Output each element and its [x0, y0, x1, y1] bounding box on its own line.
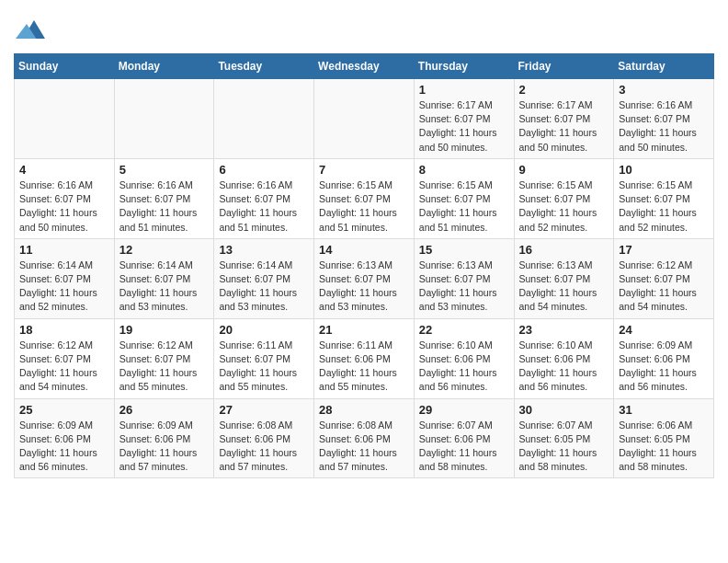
calendar-cell: 26Sunrise: 6:09 AM Sunset: 6:06 PM Dayli… [114, 398, 214, 478]
calendar-cell: 2Sunrise: 6:17 AM Sunset: 6:07 PM Daylig… [514, 79, 614, 159]
calendar-cell: 4Sunrise: 6:16 AM Sunset: 6:07 PM Daylig… [15, 158, 115, 238]
calendar-cell: 13Sunrise: 6:14 AM Sunset: 6:07 PM Dayli… [214, 238, 314, 318]
week-row-3: 11Sunrise: 6:14 AM Sunset: 6:07 PM Dayli… [15, 238, 714, 318]
day-header-wednesday: Wednesday [314, 54, 415, 79]
day-number: 3 [619, 83, 709, 97]
day-number: 30 [519, 403, 609, 417]
day-info: Sunrise: 6:15 AM Sunset: 6:07 PM Dayligh… [519, 178, 609, 235]
day-info: Sunrise: 6:17 AM Sunset: 6:07 PM Dayligh… [419, 98, 509, 155]
calendar-cell: 14Sunrise: 6:13 AM Sunset: 6:07 PM Dayli… [314, 238, 415, 318]
day-info: Sunrise: 6:10 AM Sunset: 6:06 PM Dayligh… [519, 339, 609, 395]
day-info: Sunrise: 6:16 AM Sunset: 6:07 PM Dayligh… [219, 178, 309, 235]
week-row-4: 18Sunrise: 6:12 AM Sunset: 6:07 PM Dayli… [15, 318, 714, 398]
day-number: 10 [619, 163, 709, 177]
day-info: Sunrise: 6:13 AM Sunset: 6:07 PM Dayligh… [319, 259, 409, 315]
calendar-cell: 29Sunrise: 6:07 AM Sunset: 6:06 PM Dayli… [414, 398, 514, 478]
calendar-cell: 31Sunrise: 6:06 AM Sunset: 6:05 PM Dayli… [614, 398, 714, 478]
calendar-cell: 30Sunrise: 6:07 AM Sunset: 6:05 PM Dayli… [514, 398, 614, 478]
day-header-monday: Monday [114, 54, 214, 79]
calendar-cell: 12Sunrise: 6:14 AM Sunset: 6:07 PM Dayli… [114, 238, 214, 318]
week-row-1: 1Sunrise: 6:17 AM Sunset: 6:07 PM Daylig… [15, 79, 714, 159]
day-number: 25 [19, 403, 109, 417]
header-row: SundayMondayTuesdayWednesdayThursdayFrid… [15, 54, 714, 79]
calendar-cell: 1Sunrise: 6:17 AM Sunset: 6:07 PM Daylig… [414, 79, 514, 159]
day-number: 26 [119, 403, 210, 417]
day-info: Sunrise: 6:16 AM Sunset: 6:07 PM Dayligh… [619, 98, 709, 155]
week-row-2: 4Sunrise: 6:16 AM Sunset: 6:07 PM Daylig… [15, 158, 714, 238]
day-info: Sunrise: 6:12 AM Sunset: 6:07 PM Dayligh… [619, 259, 709, 315]
day-number: 15 [419, 243, 509, 257]
day-info: Sunrise: 6:07 AM Sunset: 6:06 PM Dayligh… [419, 419, 509, 475]
calendar-cell: 20Sunrise: 6:11 AM Sunset: 6:07 PM Dayli… [214, 318, 314, 398]
day-info: Sunrise: 6:15 AM Sunset: 6:07 PM Dayligh… [319, 178, 409, 235]
calendar-cell: 5Sunrise: 6:16 AM Sunset: 6:07 PM Daylig… [114, 158, 214, 238]
calendar-cell [15, 79, 115, 159]
day-header-friday: Friday [514, 54, 614, 79]
day-number: 20 [219, 323, 309, 337]
day-info: Sunrise: 6:11 AM Sunset: 6:06 PM Dayligh… [319, 339, 409, 395]
day-number: 1 [419, 83, 509, 97]
calendar-cell: 16Sunrise: 6:13 AM Sunset: 6:07 PM Dayli… [514, 238, 614, 318]
day-number: 31 [619, 403, 709, 417]
day-info: Sunrise: 6:12 AM Sunset: 6:07 PM Dayligh… [119, 339, 210, 395]
calendar-cell: 3Sunrise: 6:16 AM Sunset: 6:07 PM Daylig… [614, 79, 714, 159]
day-info: Sunrise: 6:14 AM Sunset: 6:07 PM Dayligh… [119, 259, 210, 315]
day-info: Sunrise: 6:15 AM Sunset: 6:07 PM Dayligh… [619, 178, 709, 235]
day-number: 19 [119, 323, 210, 337]
day-info: Sunrise: 6:16 AM Sunset: 6:07 PM Dayligh… [19, 178, 109, 235]
day-number: 27 [219, 403, 309, 417]
calendar-cell [114, 79, 214, 159]
day-info: Sunrise: 6:11 AM Sunset: 6:07 PM Dayligh… [219, 339, 309, 395]
calendar-cell: 17Sunrise: 6:12 AM Sunset: 6:07 PM Dayli… [614, 238, 714, 318]
calendar-header: SundayMondayTuesdayWednesdayThursdayFrid… [15, 54, 714, 79]
calendar-cell: 21Sunrise: 6:11 AM Sunset: 6:06 PM Dayli… [314, 318, 415, 398]
day-number: 7 [319, 163, 409, 177]
day-number: 22 [419, 323, 509, 337]
day-number: 14 [319, 243, 409, 257]
day-number: 4 [19, 163, 109, 177]
day-number: 12 [119, 243, 210, 257]
calendar-cell: 19Sunrise: 6:12 AM Sunset: 6:07 PM Dayli… [114, 318, 214, 398]
day-number: 28 [319, 403, 409, 417]
calendar-cell: 18Sunrise: 6:12 AM Sunset: 6:07 PM Dayli… [15, 318, 115, 398]
day-info: Sunrise: 6:15 AM Sunset: 6:07 PM Dayligh… [419, 178, 509, 235]
day-info: Sunrise: 6:07 AM Sunset: 6:05 PM Dayligh… [519, 419, 609, 475]
calendar-cell: 11Sunrise: 6:14 AM Sunset: 6:07 PM Dayli… [15, 238, 115, 318]
day-number: 23 [519, 323, 609, 337]
calendar-cell: 25Sunrise: 6:09 AM Sunset: 6:06 PM Dayli… [15, 398, 115, 478]
day-info: Sunrise: 6:09 AM Sunset: 6:06 PM Dayligh… [619, 339, 709, 395]
calendar-table: SundayMondayTuesdayWednesdayThursdayFrid… [14, 53, 714, 478]
day-header-sunday: Sunday [15, 54, 115, 79]
day-header-tuesday: Tuesday [214, 54, 314, 79]
day-info: Sunrise: 6:08 AM Sunset: 6:06 PM Dayligh… [319, 419, 409, 475]
logo [14, 17, 45, 46]
calendar-cell [314, 79, 415, 159]
calendar-cell: 6Sunrise: 6:16 AM Sunset: 6:07 PM Daylig… [214, 158, 314, 238]
day-info: Sunrise: 6:14 AM Sunset: 6:07 PM Dayligh… [19, 259, 109, 315]
week-row-5: 25Sunrise: 6:09 AM Sunset: 6:06 PM Dayli… [15, 398, 714, 478]
page-header [14, 9, 714, 46]
calendar-cell: 15Sunrise: 6:13 AM Sunset: 6:07 PM Dayli… [414, 238, 514, 318]
day-number: 29 [419, 403, 509, 417]
day-info: Sunrise: 6:12 AM Sunset: 6:07 PM Dayligh… [19, 339, 109, 395]
calendar-cell: 23Sunrise: 6:10 AM Sunset: 6:06 PM Dayli… [514, 318, 614, 398]
day-number: 8 [419, 163, 509, 177]
day-info: Sunrise: 6:09 AM Sunset: 6:06 PM Dayligh… [19, 419, 109, 475]
logo-icon [16, 17, 45, 46]
day-number: 11 [19, 243, 109, 257]
day-number: 5 [119, 163, 210, 177]
day-number: 9 [519, 163, 609, 177]
calendar-cell: 8Sunrise: 6:15 AM Sunset: 6:07 PM Daylig… [414, 158, 514, 238]
day-info: Sunrise: 6:13 AM Sunset: 6:07 PM Dayligh… [519, 259, 609, 315]
day-info: Sunrise: 6:09 AM Sunset: 6:06 PM Dayligh… [119, 419, 210, 475]
calendar-cell: 7Sunrise: 6:15 AM Sunset: 6:07 PM Daylig… [314, 158, 415, 238]
day-number: 16 [519, 243, 609, 257]
calendar-cell [214, 79, 314, 159]
day-number: 2 [519, 83, 609, 97]
calendar-cell: 22Sunrise: 6:10 AM Sunset: 6:06 PM Dayli… [414, 318, 514, 398]
day-number: 17 [619, 243, 709, 257]
day-info: Sunrise: 6:17 AM Sunset: 6:07 PM Dayligh… [519, 98, 609, 155]
day-number: 18 [19, 323, 109, 337]
day-number: 6 [219, 163, 309, 177]
day-info: Sunrise: 6:14 AM Sunset: 6:07 PM Dayligh… [219, 259, 309, 315]
